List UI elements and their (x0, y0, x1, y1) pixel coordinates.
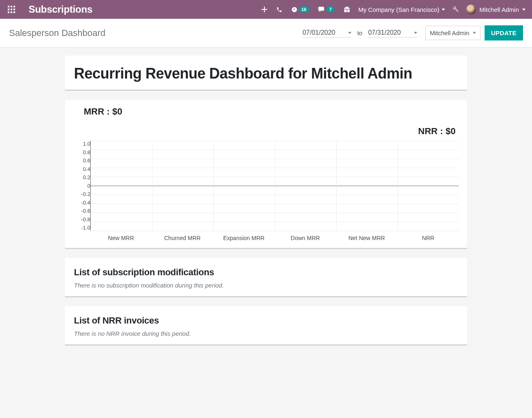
avatar (466, 4, 476, 14)
x-tick: NRR (398, 235, 459, 241)
x-tick: Churned MRR (152, 235, 213, 241)
y-tick: 1.0 (83, 141, 90, 147)
date-from-field[interactable] (302, 28, 351, 38)
chart-card: MRR : $0 NRR : $0 1.00.80.60.40.20-0.2-0… (65, 100, 467, 249)
content-area: Recurring Revenue Dashboard for Mitchell… (0, 47, 532, 371)
phone-icon[interactable] (276, 7, 282, 13)
y-tick: -0.4 (81, 200, 90, 206)
svg-rect-8 (13, 11, 15, 13)
nrr-card: List of NRR invoices There is no NRR inv… (65, 306, 467, 346)
nrr-value: NRR : $0 (73, 126, 456, 137)
salesperson-value: Mitchell Admin (430, 29, 469, 36)
mods-title: List of subscription modifications (74, 267, 458, 278)
y-tick: 0.2 (83, 174, 90, 180)
company-name: My Company (San Francisco) (358, 6, 439, 13)
svg-rect-5 (13, 9, 15, 10)
y-tick: -0.8 (81, 216, 90, 222)
apps-menu-icon[interactable] (7, 4, 16, 14)
salesperson-select[interactable]: Mitchell Admin (425, 26, 481, 40)
y-tick: 0.6 (83, 157, 90, 164)
svg-rect-10 (262, 9, 267, 10)
date-to-field[interactable] (368, 28, 417, 38)
chat-badge: 7 (326, 7, 335, 12)
x-tick: Down MRR (275, 235, 336, 241)
nrr-title: List of NRR invoices (74, 315, 458, 326)
svg-rect-7 (11, 11, 12, 13)
new-icon[interactable] (262, 7, 267, 12)
y-tick: 0 (87, 183, 90, 189)
debug-icon[interactable] (452, 6, 459, 13)
date-from-input[interactable] (302, 29, 343, 36)
x-axis: New MRRChurned MRRExpansion MRRDown MRRN… (90, 235, 459, 241)
svg-rect-4 (11, 9, 12, 10)
y-axis: 1.00.80.60.40.20-0.2-0.4-0.6-0.8-1.0 (73, 141, 90, 231)
chat-icon[interactable]: 7 (318, 7, 335, 13)
chevron-down-icon (348, 32, 351, 34)
chevron-down-icon (522, 9, 525, 11)
chart-plot-area: 1.00.80.60.40.20-0.2-0.4-0.6-0.8-1.0 (73, 141, 459, 231)
y-tick: -0.6 (81, 208, 90, 214)
user-menu[interactable]: Mitchell Admin (466, 4, 525, 14)
company-switcher[interactable]: My Company (San Francisco) (358, 6, 445, 13)
svg-rect-3 (8, 9, 9, 10)
to-label: to (357, 29, 362, 36)
chart-plot (90, 141, 459, 231)
svg-rect-6 (8, 11, 9, 13)
mods-card: List of subscription modifications There… (65, 258, 467, 297)
gift-icon[interactable] (344, 6, 350, 13)
date-to-input[interactable] (368, 29, 409, 36)
chevron-down-icon (473, 32, 476, 34)
y-tick: -1.0 (81, 225, 90, 231)
update-button[interactable]: UPDATE (485, 25, 523, 40)
x-tick: Net New MRR (336, 235, 397, 241)
mrr-value: MRR : $0 (84, 106, 459, 117)
chevron-down-icon (414, 32, 417, 34)
title-card: Recurring Revenue Dashboard for Mitchell… (65, 56, 467, 91)
y-tick: -0.2 (81, 191, 90, 197)
systray: 16 7 (262, 6, 350, 13)
breadcrumb: Salesperson Dashboard (9, 28, 105, 38)
timer-icon[interactable]: 16 (291, 7, 309, 13)
app-title[interactable]: Subscriptions (29, 4, 92, 15)
chevron-down-icon (442, 9, 445, 11)
nrr-empty-text: There is no NRR invoice during this peri… (74, 330, 458, 337)
timer-badge: 16 (299, 7, 309, 12)
page-title: Recurring Revenue Dashboard for Mitchell… (74, 65, 458, 82)
mods-empty-text: There is no subscription modification du… (74, 282, 458, 289)
svg-rect-0 (8, 6, 9, 7)
y-tick: 0.8 (83, 149, 90, 155)
x-tick: Expansion MRR (213, 235, 275, 241)
control-panel: Salesperson Dashboard to Mitchell Admin … (0, 19, 532, 47)
svg-rect-2 (13, 6, 15, 7)
x-tick: New MRR (90, 235, 152, 241)
top-nav: Subscriptions 16 7 My Company (San Franc… (0, 0, 532, 19)
svg-rect-1 (11, 6, 12, 7)
user-name: Mitchell Admin (479, 6, 519, 13)
y-tick: 0.4 (83, 166, 90, 172)
